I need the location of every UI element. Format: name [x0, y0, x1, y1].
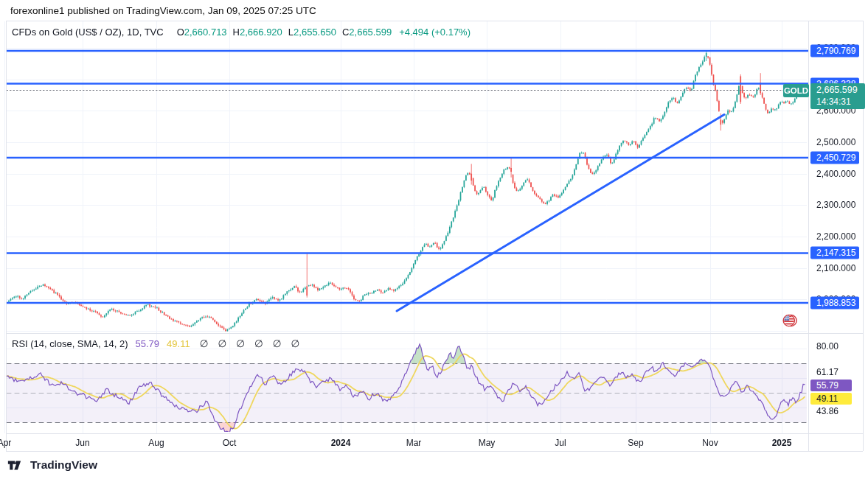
- chart-frame-bottom: [6, 451, 863, 452]
- price-scale-label: 2,300.000: [816, 200, 855, 210]
- ohlc-open-key: O: [177, 27, 184, 38]
- price-change: +4.494 (+0.17%): [399, 27, 471, 38]
- rsi-hidden-plot-symbol: ∅: [236, 338, 245, 349]
- tradingview-brand-text: TradingView: [30, 458, 97, 472]
- price-level-label: 1,988.853: [810, 297, 859, 310]
- rsi-value: 55.79: [136, 338, 160, 349]
- price-scale-label: 2,100.000: [816, 263, 855, 273]
- ohlc-close-key: C: [342, 27, 349, 38]
- rsi-empty-values: ∅∅∅∅∅∅: [190, 338, 300, 349]
- pane-separator[interactable]: [6, 333, 863, 334]
- time-axis-label: Aug: [148, 438, 164, 448]
- time-axis-label: Mar: [406, 438, 422, 448]
- current-price-value: 2,665.599: [816, 83, 865, 97]
- tradingview-icon: [7, 460, 25, 471]
- time-axis-label: 2025: [772, 438, 792, 448]
- ohlc-high-value: 2,666.920: [240, 27, 282, 38]
- rsi-scale-value-label: 55.79: [810, 380, 852, 391]
- rsi-scale-label: 80.00: [816, 341, 839, 352]
- symbol-legend[interactable]: CFDs on Gold (US$ / OZ), 1D, TVCO2,660.7…: [12, 27, 471, 38]
- chart-frame-left: [6, 21, 7, 451]
- rsi-title[interactable]: RSI (14, close, SMA, 14, 2): [12, 338, 128, 349]
- ohlc-high-key: H: [233, 27, 240, 38]
- tradingview-chart-screenshot: forexonline1 published on TradingView.co…: [0, 0, 868, 479]
- rsi-hidden-plot-symbol: ∅: [273, 338, 282, 349]
- time-axis-label: May: [479, 438, 496, 448]
- published-attribution: forexonline1 published on TradingView.co…: [10, 5, 316, 16]
- rsi-hidden-plot-symbol: ∅: [254, 338, 263, 349]
- rsi-scale-label: 43.86: [816, 406, 839, 416]
- rsi-ma-scale-value-label: 49.11: [810, 393, 852, 405]
- time-axis-label: Sep: [628, 438, 643, 448]
- time-axis-label: 2024: [331, 438, 351, 448]
- time-axis-label: Jun: [75, 438, 89, 448]
- symbol-flag-label[interactable]: GOLD: [783, 84, 809, 97]
- price-scale-label: 2,500.000: [816, 137, 855, 147]
- ohlc-close-value: 2,665.599: [349, 27, 392, 38]
- chart-canvas[interactable]: [0, 0, 868, 479]
- price-level-label: 2,790.769: [810, 45, 859, 57]
- rsi-hidden-plot-symbol: ∅: [291, 338, 299, 349]
- footer-brand[interactable]: TradingView: [7, 458, 97, 472]
- forexonline-flag-icon: [782, 313, 798, 328]
- time-axis-label: Oct: [223, 438, 237, 448]
- time-axis-label: Apr: [0, 438, 11, 448]
- price-scale-label: 2,400.000: [816, 169, 855, 179]
- chart-frame-top: [6, 21, 863, 21]
- countdown-timer: 14:34:31: [816, 97, 865, 108]
- symbol-title[interactable]: CFDs on Gold (US$ / OZ), 1D, TVC: [12, 27, 164, 38]
- price-level-label: 2,147.315: [810, 247, 859, 259]
- time-axis-label: Jul: [555, 438, 566, 448]
- rsi-scale-label: 61.17: [816, 367, 839, 377]
- rsi-hidden-plot-symbol: ∅: [218, 338, 226, 349]
- price-level-label: 2,450.729: [810, 152, 859, 164]
- rsi-legend[interactable]: RSI (14, close, SMA, 14, 2)55.7949.11∅∅∅…: [12, 338, 299, 349]
- ohlc-low-key: L: [288, 27, 294, 38]
- ohlc-open-value: 2,660.713: [184, 27, 227, 38]
- time-axis-label: Nov: [702, 438, 718, 448]
- current-price-label: 2,665.599 14:34:31: [810, 83, 865, 109]
- price-scale-label: 2,200.000: [816, 231, 855, 242]
- rsi-hidden-plot-symbol: ∅: [200, 338, 209, 349]
- rsi-ma-value: 49.11: [167, 338, 190, 349]
- ohlc-low-value: 2,655.650: [294, 27, 336, 38]
